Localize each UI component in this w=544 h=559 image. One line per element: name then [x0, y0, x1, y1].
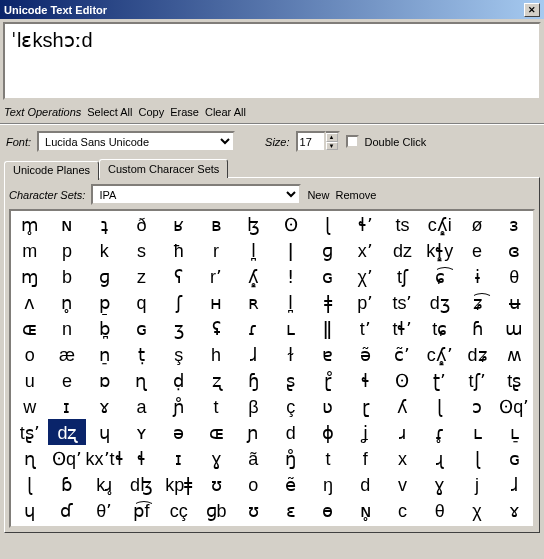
char-cell[interactable]: ɔ — [309, 523, 346, 528]
char-cell[interactable]: a — [123, 393, 160, 419]
char-cell[interactable]: j — [458, 471, 495, 497]
char-cell[interactable]: ʝ — [347, 419, 384, 445]
char-cell[interactable]: ɭ — [11, 471, 48, 497]
char-cell[interactable]: ŋ̊ — [272, 445, 309, 471]
char-cell[interactable]: ɢ — [123, 315, 160, 341]
char-cell[interactable]: ɢ — [309, 263, 346, 289]
char-cell[interactable]: ɰ — [11, 523, 48, 528]
char-cell[interactable]: ɽ̊ — [309, 367, 346, 393]
char-cell[interactable]: ɽ — [347, 393, 384, 419]
char-cell[interactable]: ʘ — [272, 211, 309, 237]
char-cell[interactable]: ɬ — [123, 445, 160, 471]
tab-unicode-planes[interactable]: Unicode Planes — [4, 161, 99, 180]
char-cell[interactable]: ɤ — [86, 393, 123, 419]
tab-custom-sets[interactable]: Custom Characer Sets — [99, 159, 228, 178]
char-cell[interactable]: c̃ʼ — [384, 341, 421, 367]
char-cell[interactable]: ã — [235, 445, 272, 471]
char-cell[interactable]: x — [384, 445, 421, 471]
charset-select[interactable]: IPA — [91, 184, 301, 205]
char-cell[interactable]: ʎ̝̥ — [235, 263, 272, 289]
char-cell[interactable]: ɕ͡ — [421, 263, 458, 289]
char-cell[interactable]: e — [458, 237, 495, 263]
char-cell[interactable]: ð — [123, 211, 160, 237]
char-cell[interactable]: o — [235, 471, 272, 497]
char-cell[interactable]: β — [235, 393, 272, 419]
char-cell[interactable]: ɳ — [123, 367, 160, 393]
char-cell[interactable]: d — [272, 419, 309, 445]
char-cell[interactable]: tʂʼ — [11, 419, 48, 445]
text-editor[interactable]: ˈlɛkshɔːd — [3, 22, 541, 100]
char-cell[interactable]: ḍ — [160, 367, 197, 393]
char-cell[interactable]: b̪ — [86, 315, 123, 341]
char-cell[interactable]: pʼ — [347, 289, 384, 315]
char-cell[interactable]: ɢ — [496, 445, 533, 471]
char-cell[interactable]: ʑ͡ — [458, 289, 495, 315]
char-cell[interactable]: tʼ — [347, 315, 384, 341]
char-cell[interactable]: dz — [384, 237, 421, 263]
char-cell[interactable]: tɬʼ — [384, 315, 421, 341]
char-cell[interactable]: m — [11, 237, 48, 263]
char-cell[interactable]: tʃ — [384, 263, 421, 289]
char-cell[interactable]: ɶ — [197, 419, 234, 445]
char-cell[interactable]: ʟ — [458, 419, 495, 445]
char-cell[interactable]: ʋ — [309, 393, 346, 419]
char-cell[interactable]: ɛ — [272, 497, 309, 523]
char-cell[interactable]: c — [384, 497, 421, 523]
char-cell[interactable]: ɬʼ — [347, 211, 384, 237]
char-cell[interactable]: ɐ — [309, 341, 346, 367]
size-input[interactable] — [296, 131, 326, 152]
char-cell[interactable]: o — [11, 341, 48, 367]
char-cell[interactable]: ʢ — [197, 315, 234, 341]
char-cell[interactable]: ǂ — [309, 289, 346, 315]
char-cell[interactable]: ɮ — [235, 211, 272, 237]
char-cell[interactable]: ʜ — [197, 289, 234, 315]
char-cell[interactable]: ɣ — [421, 471, 458, 497]
char-cell[interactable]: χ — [458, 497, 495, 523]
char-cell[interactable]: ʈʼ — [421, 367, 458, 393]
char-cell[interactable]: cʎ̝̥i — [421, 211, 458, 237]
char-cell[interactable]: tʂ — [496, 367, 533, 393]
char-cell[interactable]: kɬ̝̥y — [421, 237, 458, 263]
char-cell[interactable]: ə̃ — [347, 341, 384, 367]
char-cell[interactable]: ʀ — [235, 289, 272, 315]
size-spinner[interactable]: ▲ ▼ — [326, 131, 340, 152]
char-cell[interactable]: ʉ — [496, 289, 533, 315]
char-cell[interactable]: b͡v — [160, 523, 197, 528]
char-cell[interactable]: ɥ — [86, 419, 123, 445]
char-cell[interactable]: ʙ — [197, 211, 234, 237]
erase-button[interactable]: Erase — [170, 106, 199, 118]
char-cell[interactable]: ɪ — [160, 445, 197, 471]
char-cell[interactable]: ʐ — [197, 367, 234, 393]
char-cell[interactable]: ʍ — [496, 341, 533, 367]
char-cell[interactable]: r — [197, 237, 234, 263]
char-cell[interactable]: ş — [160, 341, 197, 367]
char-cell[interactable]: ʕ — [160, 263, 197, 289]
char-cell[interactable]: ħ — [160, 237, 197, 263]
char-cell[interactable]: ɸ — [309, 419, 346, 445]
char-cell[interactable]: k — [86, 237, 123, 263]
char-cell[interactable]: ɺ — [235, 341, 272, 367]
font-select[interactable]: Lucida Sans Unicode — [37, 131, 235, 152]
char-cell[interactable]: ɹ — [384, 419, 421, 445]
char-cell[interactable]: ɾ — [235, 315, 272, 341]
char-cell[interactable]: q — [123, 289, 160, 315]
char-cell[interactable]: ɪ — [48, 393, 85, 419]
char-cell[interactable]: ʘ — [384, 367, 421, 393]
char-cell[interactable]: ɜ — [496, 211, 533, 237]
char-cell[interactable]: ɱ — [11, 263, 48, 289]
char-cell[interactable]: kɹ̥ — [86, 471, 123, 497]
char-cell[interactable]: n — [48, 315, 85, 341]
char-cell[interactable]: ɭ — [421, 393, 458, 419]
char-cell[interactable]: ǀ — [272, 237, 309, 263]
char-cell[interactable]: ɡ — [86, 263, 123, 289]
char-cell[interactable]: ɭ — [458, 445, 495, 471]
char-cell[interactable]: ɾ̥ — [421, 419, 458, 445]
char-cell[interactable]: ɥ — [11, 497, 48, 523]
char-cell[interactable]: ɴ̥ — [347, 497, 384, 523]
char-cell[interactable]: tʃʼ — [458, 367, 495, 393]
char-cell[interactable]: ɺ — [496, 471, 533, 497]
char-cell[interactable]: cʎ̝̥ʼ — [421, 341, 458, 367]
char-cell[interactable]: χʼ — [347, 263, 384, 289]
char-cell[interactable]: ʂ — [272, 367, 309, 393]
char-cell[interactable]: dʑ — [458, 341, 495, 367]
